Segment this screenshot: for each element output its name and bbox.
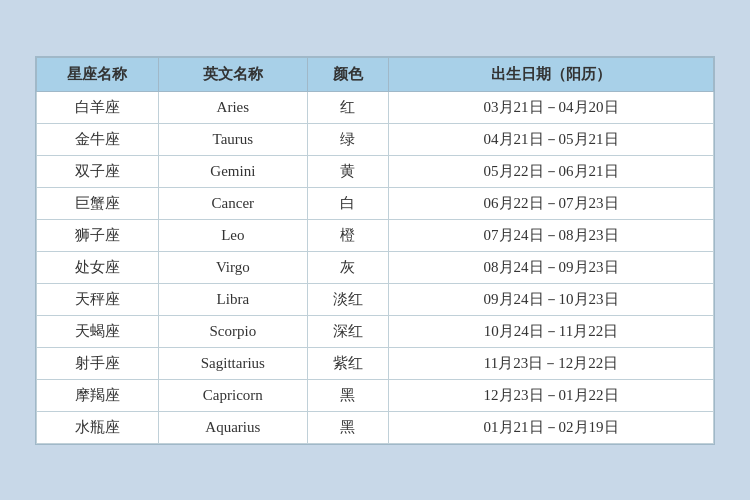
table-row: 摩羯座Capricorn黑12月23日－01月22日 <box>37 379 714 411</box>
cell-date: 10月24日－11月22日 <box>389 315 714 347</box>
cell-en-name: Libra <box>158 283 307 315</box>
table-row: 天蝎座Scorpio深红10月24日－11月22日 <box>37 315 714 347</box>
cell-color: 紫红 <box>307 347 388 379</box>
cell-date: 03月21日－04月20日 <box>389 91 714 123</box>
header-zh-name: 星座名称 <box>37 57 159 91</box>
cell-date: 05月22日－06月21日 <box>389 155 714 187</box>
zodiac-table: 星座名称 英文名称 颜色 出生日期（阳历） 白羊座Aries红03月21日－04… <box>36 57 714 444</box>
cell-date: 06月22日－07月23日 <box>389 187 714 219</box>
table-row: 狮子座Leo橙07月24日－08月23日 <box>37 219 714 251</box>
cell-date: 04月21日－05月21日 <box>389 123 714 155</box>
cell-color: 灰 <box>307 251 388 283</box>
cell-zh-name: 白羊座 <box>37 91 159 123</box>
table-row: 白羊座Aries红03月21日－04月20日 <box>37 91 714 123</box>
cell-en-name: Sagittarius <box>158 347 307 379</box>
cell-en-name: Cancer <box>158 187 307 219</box>
cell-color: 黑 <box>307 379 388 411</box>
cell-zh-name: 水瓶座 <box>37 411 159 443</box>
cell-zh-name: 处女座 <box>37 251 159 283</box>
cell-date: 07月24日－08月23日 <box>389 219 714 251</box>
cell-date: 09月24日－10月23日 <box>389 283 714 315</box>
zodiac-table-container: 星座名称 英文名称 颜色 出生日期（阳历） 白羊座Aries红03月21日－04… <box>35 56 715 445</box>
cell-en-name: Capricorn <box>158 379 307 411</box>
cell-color: 红 <box>307 91 388 123</box>
cell-zh-name: 金牛座 <box>37 123 159 155</box>
cell-color: 深红 <box>307 315 388 347</box>
cell-en-name: Leo <box>158 219 307 251</box>
cell-color: 黄 <box>307 155 388 187</box>
cell-en-name: Taurus <box>158 123 307 155</box>
cell-zh-name: 天蝎座 <box>37 315 159 347</box>
table-row: 天秤座Libra淡红09月24日－10月23日 <box>37 283 714 315</box>
cell-zh-name: 双子座 <box>37 155 159 187</box>
table-row: 双子座Gemini黄05月22日－06月21日 <box>37 155 714 187</box>
cell-zh-name: 射手座 <box>37 347 159 379</box>
cell-date: 01月21日－02月19日 <box>389 411 714 443</box>
cell-zh-name: 狮子座 <box>37 219 159 251</box>
header-color: 颜色 <box>307 57 388 91</box>
cell-zh-name: 巨蟹座 <box>37 187 159 219</box>
cell-zh-name: 摩羯座 <box>37 379 159 411</box>
cell-color: 淡红 <box>307 283 388 315</box>
table-row: 巨蟹座Cancer白06月22日－07月23日 <box>37 187 714 219</box>
cell-color: 绿 <box>307 123 388 155</box>
cell-en-name: Scorpio <box>158 315 307 347</box>
table-header-row: 星座名称 英文名称 颜色 出生日期（阳历） <box>37 57 714 91</box>
table-row: 水瓶座Aquarius黑01月21日－02月19日 <box>37 411 714 443</box>
header-date: 出生日期（阳历） <box>389 57 714 91</box>
cell-color: 橙 <box>307 219 388 251</box>
table-row: 金牛座Taurus绿04月21日－05月21日 <box>37 123 714 155</box>
cell-date: 08月24日－09月23日 <box>389 251 714 283</box>
table-row: 射手座Sagittarius紫红11月23日－12月22日 <box>37 347 714 379</box>
cell-en-name: Gemini <box>158 155 307 187</box>
cell-color: 黑 <box>307 411 388 443</box>
cell-en-name: Virgo <box>158 251 307 283</box>
cell-zh-name: 天秤座 <box>37 283 159 315</box>
cell-color: 白 <box>307 187 388 219</box>
header-en-name: 英文名称 <box>158 57 307 91</box>
cell-date: 12月23日－01月22日 <box>389 379 714 411</box>
cell-en-name: Aquarius <box>158 411 307 443</box>
table-row: 处女座Virgo灰08月24日－09月23日 <box>37 251 714 283</box>
cell-date: 11月23日－12月22日 <box>389 347 714 379</box>
cell-en-name: Aries <box>158 91 307 123</box>
